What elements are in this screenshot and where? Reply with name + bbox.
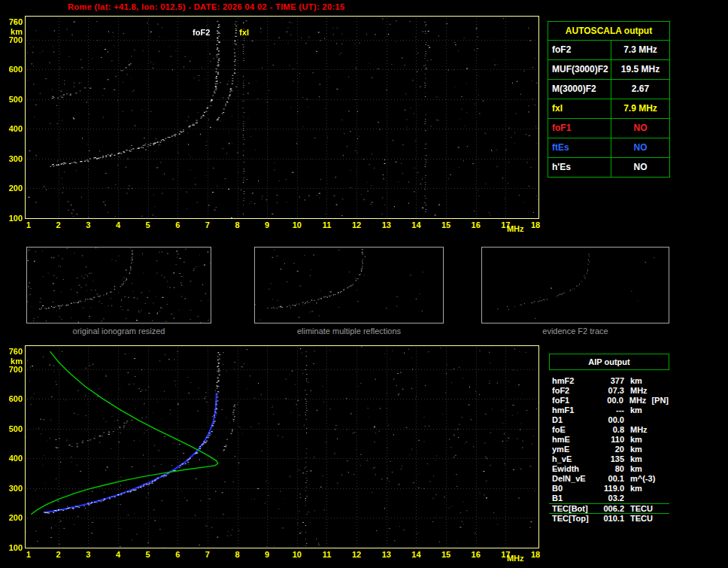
aip-row-extra xyxy=(653,376,669,386)
aip-row-value: 006.2 xyxy=(594,504,624,513)
x-tick-4: 4 xyxy=(109,220,127,229)
thumbnail-original-ionogram xyxy=(26,247,211,323)
aip-row-extra xyxy=(653,494,669,503)
aip-row-label: ymE xyxy=(549,445,594,454)
x-tick-16: 16 xyxy=(467,220,485,229)
aip-output-table: AIP output hmF2377kmfoF207.3MHzfoF100.0M… xyxy=(549,354,669,523)
aip-row-unit: km xyxy=(624,454,653,464)
aip-row-unit xyxy=(624,415,653,425)
aip-row-hmF2: hmF2377km xyxy=(549,376,669,386)
autoscala-row-label: M(3000)F2 xyxy=(548,80,611,99)
aip-row-value: 00.1 xyxy=(594,474,624,484)
autoscala-row-MUF(3000)F2: MUF(3000)F219.5 MHz xyxy=(548,60,670,80)
aip-row-value: 00.0 xyxy=(593,396,623,405)
y-tick-700: 700 xyxy=(2,365,23,374)
x-axis-unit: MHz xyxy=(504,224,526,233)
aip-row-value: 0.8 xyxy=(594,425,624,435)
aip-row-unit: MHz xyxy=(624,425,653,435)
x-tick-10: 10 xyxy=(288,550,306,559)
x-tick-14: 14 xyxy=(407,220,425,229)
thumbnail-caption-original: original ionogram resized xyxy=(26,327,211,336)
aip-row-label: hmF2 xyxy=(549,376,594,386)
thumbnail-evidence-canvas xyxy=(482,248,669,323)
aip-row-label: DelN_vE xyxy=(549,474,594,484)
thumbnail-original-canvas xyxy=(27,248,211,323)
autoscala-row-label: MUF(3000)F2 xyxy=(548,60,611,79)
x-tick-18: 18 xyxy=(526,550,544,559)
x-tick-2: 2 xyxy=(50,220,68,229)
aip-row-label: TEC[Top] xyxy=(549,514,594,523)
x-tick-9: 9 xyxy=(258,220,276,229)
x-tick-18: 18 xyxy=(526,220,544,229)
autoscala-table-title: AUTOSCALA output xyxy=(548,21,670,41)
autoscala-row-label: h'Es xyxy=(548,158,611,177)
thumbnail-evidence-f2 xyxy=(481,247,669,323)
x-tick-15: 15 xyxy=(437,550,455,559)
aip-row-value: --- xyxy=(594,405,624,415)
y-tick-300: 300 xyxy=(2,154,23,163)
aip-row-unit: TECU xyxy=(624,514,653,523)
aip-row-label: h_vE xyxy=(549,454,594,464)
aip-row-Ewidth: Ewidth80km xyxy=(549,464,669,474)
autoscala-row-label: fxI xyxy=(548,99,611,118)
x-tick-7: 7 xyxy=(199,550,217,559)
x-tick-10: 10 xyxy=(288,220,306,229)
x-tick-3: 3 xyxy=(79,220,97,229)
autoscala-row-ftEs: ftEsNO xyxy=(548,138,670,158)
x-axis-unit: MHz xyxy=(504,554,526,563)
aip-row-extra xyxy=(653,415,669,425)
autoscala-row-value: 7.3 MHz xyxy=(611,41,669,59)
x-tick-1: 1 xyxy=(20,220,38,229)
aip-row-value: 135 xyxy=(594,454,624,464)
aip-row-unit: km xyxy=(624,405,653,415)
x-tick-12: 12 xyxy=(347,220,366,229)
autoscala-row-M(3000)F2: M(3000)F22.67 xyxy=(548,80,670,99)
autoscala-row-value: NO xyxy=(611,119,669,138)
aip-row-extra xyxy=(653,464,669,474)
autoscala-row-label: foF2 xyxy=(548,41,611,59)
aip-row-foF2: foF207.3MHz xyxy=(549,386,669,396)
y-tick-600: 600 xyxy=(2,394,23,403)
thumbnail-caption-eliminate: eliminate multiple reflections xyxy=(254,327,444,336)
aip-row-extra xyxy=(653,435,669,445)
aip-row-value: 20 xyxy=(594,445,624,454)
aip-row-D1: D100.0 xyxy=(549,415,669,425)
autoscala-row-value: NO xyxy=(611,158,669,177)
station-title: Rome (lat: +41.8, lon: 012.5) - DATE: 20… xyxy=(68,2,345,11)
aip-row-hmE: hmE110km xyxy=(549,435,669,445)
y-tick-200: 200 xyxy=(2,184,23,193)
autoscala-row-fxI: fxI7.9 MHz xyxy=(548,99,670,119)
aip-row-label: foF1 xyxy=(549,396,593,405)
aip-row-extra xyxy=(653,445,669,454)
aip-row-label: TEC[Bot] xyxy=(549,504,594,513)
aip-row-value: 119.0 xyxy=(594,484,624,494)
x-tick-3: 3 xyxy=(79,550,97,559)
aip-row-unit: m^(-3) xyxy=(624,474,653,484)
x-tick-11: 11 xyxy=(317,220,335,229)
aip-row-extra xyxy=(653,474,669,484)
aip-row-extra xyxy=(653,386,669,396)
x-tick-4: 4 xyxy=(109,550,127,559)
aip-row-unit xyxy=(624,494,653,503)
interpreted-ionogram-canvas xyxy=(26,346,538,548)
autoscala-window: Rome (lat: +41.8, lon: 012.5) - DATE: 20… xyxy=(0,0,728,568)
aip-row-label: Ewidth xyxy=(549,464,594,474)
aip-row-unit: km xyxy=(624,464,653,474)
y-tick-300: 300 xyxy=(2,484,23,493)
aip-row-foE: foE0.8MHz xyxy=(549,425,669,435)
aip-row-TEC[Bot]: TEC[Bot]006.2TECU xyxy=(549,503,669,513)
aip-row-value: 00.0 xyxy=(594,415,624,425)
aip-row-unit: km xyxy=(624,435,653,445)
x-tick-13: 13 xyxy=(378,550,396,559)
aip-row-B1: B103.2 xyxy=(549,494,669,503)
aip-row-ymE: ymE20km xyxy=(549,445,669,454)
y-tick-760: 760 xyxy=(2,347,23,356)
thumbnail-caption-evidence: evidence F2 trace xyxy=(481,327,669,336)
aip-row-extra xyxy=(653,484,669,494)
aip-row-extra: [PN] xyxy=(651,396,669,405)
autoscala-row-value: 2.67 xyxy=(611,80,669,99)
x-tick-5: 5 xyxy=(139,550,157,559)
aip-row-B0: B0119.0km xyxy=(549,484,669,494)
y-tick-500: 500 xyxy=(2,424,23,433)
x-tick-6: 6 xyxy=(168,550,187,559)
